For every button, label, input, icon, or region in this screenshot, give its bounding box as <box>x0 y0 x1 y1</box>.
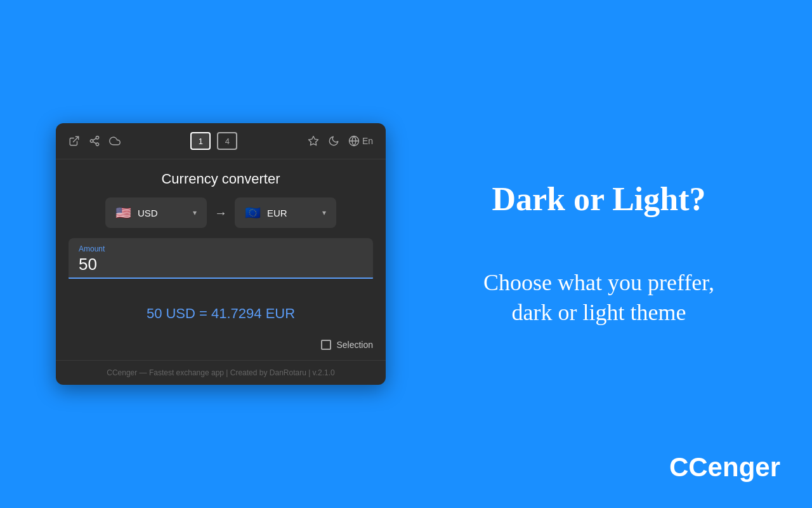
to-currency-select[interactable]: 🇪🇺 EUR ▾ <box>235 197 336 228</box>
toolbar-left <box>69 135 121 147</box>
tab-4-button[interactable]: 4 <box>217 132 237 150</box>
brand-text: CCenger <box>669 452 780 482</box>
headline: Dark or Light? <box>492 181 705 217</box>
widget-footer: CCenger — Fastest exchange app | Created… <box>56 360 386 385</box>
svg-line-0 <box>74 137 79 142</box>
dark-mode-button[interactable] <box>328 135 339 147</box>
favorite-button[interactable] <box>308 135 319 147</box>
amount-field[interactable]: Amount 50 <box>69 238 373 277</box>
currency-converter-widget: 1 4 <box>56 123 386 385</box>
toolbar: 1 4 <box>56 123 386 159</box>
cloud-button[interactable] <box>109 135 121 147</box>
selection-label: Selection <box>336 340 373 350</box>
svg-line-5 <box>93 138 96 140</box>
brand-logo: CCenger <box>669 452 780 483</box>
from-currency-select[interactable]: 🇺🇸 USD ▾ <box>105 197 207 228</box>
to-currency-flag: 🇪🇺 <box>245 205 261 220</box>
svg-point-1 <box>96 137 99 140</box>
toolbar-right: En <box>308 135 373 147</box>
from-currency-code: USD <box>138 208 187 218</box>
to-currency-code: EUR <box>267 208 316 218</box>
selection-checkbox[interactable] <box>321 340 331 350</box>
subheadline: Choose what you preffer,dark or light th… <box>483 268 714 328</box>
to-currency-chevron: ▾ <box>322 208 326 217</box>
currency-selector-row: 🇺🇸 USD ▾ → 🇪🇺 EUR ▾ <box>56 197 386 238</box>
widget-title: Currency converter <box>56 159 386 197</box>
external-link-button[interactable] <box>69 135 80 147</box>
tab-1-button[interactable]: 1 <box>190 132 211 150</box>
from-currency-chevron: ▾ <box>193 208 197 217</box>
amount-section: Amount 50 <box>56 238 386 286</box>
amount-value: 50 <box>79 256 363 272</box>
language-button[interactable]: En <box>348 135 373 147</box>
svg-point-2 <box>90 140 93 143</box>
currency-arrow: → <box>207 206 235 220</box>
footer-text: CCenger — Fastest exchange app | Created… <box>107 368 335 377</box>
toolbar-center: 1 4 <box>121 132 308 150</box>
from-currency-flag: 🇺🇸 <box>115 205 131 220</box>
share-button[interactable] <box>89 135 100 147</box>
result-display: 50 USD = 41.7294 EUR <box>56 286 386 340</box>
right-panel: Dark or Light? Choose what you preffer,d… <box>386 156 812 353</box>
selection-row: Selection <box>56 340 386 360</box>
widget-container: 1 4 <box>56 123 386 385</box>
svg-marker-6 <box>308 137 318 145</box>
amount-label: Amount <box>79 244 363 253</box>
svg-line-4 <box>93 142 96 144</box>
amount-underline <box>69 277 373 279</box>
svg-point-3 <box>96 143 99 146</box>
